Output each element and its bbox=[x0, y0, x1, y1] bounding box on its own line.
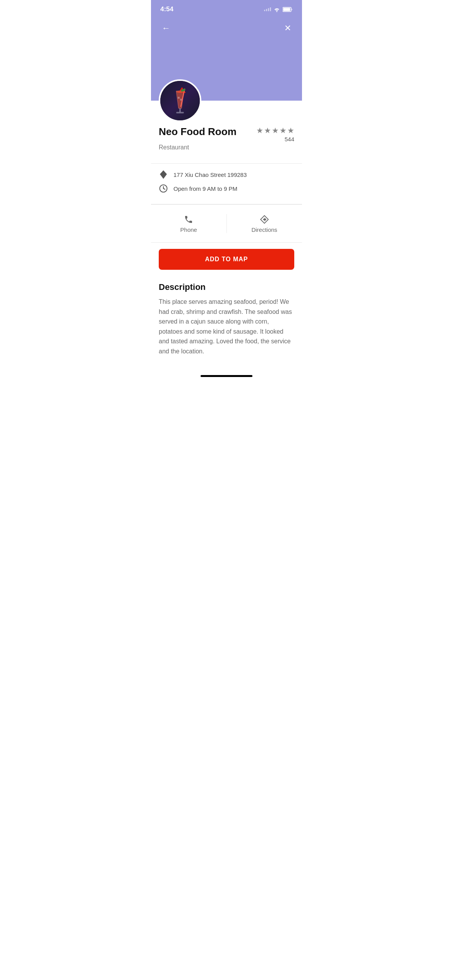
status-time: 4:54 bbox=[160, 5, 173, 13]
svg-marker-10 bbox=[160, 170, 167, 179]
hours-text: Open from 9 AM to 9 PM bbox=[173, 185, 237, 192]
phone-button[interactable]: Phone bbox=[151, 211, 226, 236]
battery-icon bbox=[283, 7, 293, 12]
location-icon bbox=[159, 170, 168, 179]
description-title: Description bbox=[159, 282, 294, 292]
add-to-map-button[interactable]: ADD TO MAP bbox=[159, 249, 294, 270]
status-bar: 4:54 bbox=[151, 0, 302, 16]
star-4: ★ bbox=[280, 126, 287, 135]
restaurant-name: Neo Food Room bbox=[159, 126, 256, 138]
directions-icon bbox=[259, 214, 270, 225]
details-section: 177 Xiu Chao Street 199283 Open from 9 A… bbox=[151, 164, 302, 204]
avatar-image bbox=[160, 81, 200, 120]
home-indicator bbox=[201, 375, 252, 377]
status-icons bbox=[264, 7, 293, 12]
content-area: Neo Food Room ★ ★ ★ ★ ★ 544 Restaurant bbox=[151, 101, 302, 377]
restaurant-type: Restaurant bbox=[159, 144, 294, 151]
clock-icon bbox=[159, 184, 168, 193]
address-text: 177 Xiu Chao Street 199283 bbox=[173, 171, 247, 178]
svg-rect-7 bbox=[176, 112, 184, 113]
star-1: ★ bbox=[256, 126, 263, 135]
svg-rect-1 bbox=[283, 8, 290, 11]
description-body: This place serves amazing seafood, perio… bbox=[159, 297, 294, 356]
add-to-map-section: ADD TO MAP bbox=[151, 243, 302, 276]
svg-rect-6 bbox=[179, 108, 181, 112]
signal-icon bbox=[264, 7, 271, 11]
stars-container: ★ ★ ★ ★ ★ 544 bbox=[256, 126, 294, 142]
review-count: 544 bbox=[285, 136, 294, 142]
restaurant-header: Neo Food Room ★ ★ ★ ★ ★ 544 bbox=[159, 126, 294, 142]
svg-rect-8 bbox=[178, 97, 180, 99]
star-rating: ★ ★ ★ ★ ★ bbox=[256, 126, 294, 135]
svg-rect-9 bbox=[180, 99, 182, 101]
cocktail-illustration bbox=[165, 83, 196, 118]
address-row: 177 Xiu Chao Street 199283 bbox=[159, 170, 294, 179]
avatar bbox=[159, 79, 201, 122]
action-bar: Phone Directions bbox=[151, 204, 302, 243]
close-button[interactable]: ✕ bbox=[283, 22, 293, 35]
star-2: ★ bbox=[264, 126, 271, 135]
star-5: ★ bbox=[287, 126, 294, 135]
hours-row: Open from 9 AM to 9 PM bbox=[159, 184, 294, 193]
phone-label: Phone bbox=[180, 226, 197, 233]
back-button[interactable]: ← bbox=[160, 22, 172, 35]
wifi-icon bbox=[273, 7, 280, 12]
directions-label: Directions bbox=[251, 226, 277, 233]
directions-button[interactable]: Directions bbox=[227, 211, 302, 236]
star-3: ★ bbox=[272, 126, 279, 135]
phone-icon bbox=[183, 214, 194, 225]
description-section: Description This place serves amazing se… bbox=[151, 276, 302, 372]
svg-line-13 bbox=[163, 188, 165, 189]
